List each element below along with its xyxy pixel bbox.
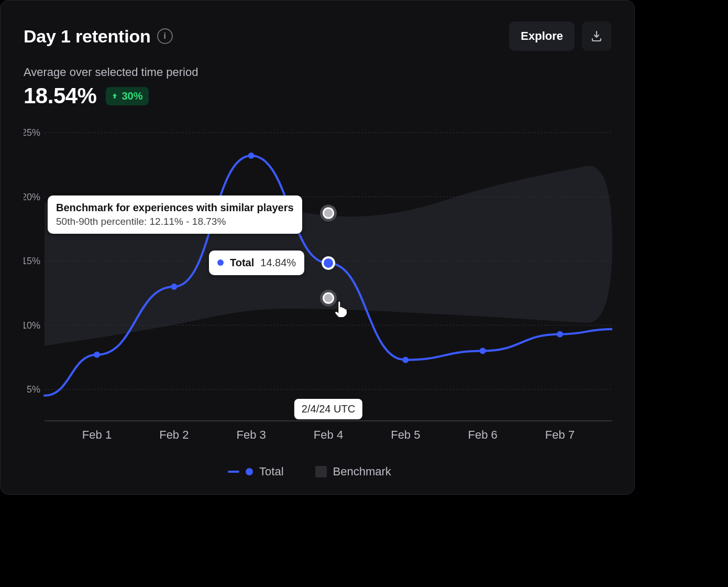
download-icon: [590, 30, 603, 42]
retention-card: Day 1 retention i Explore Average over s…: [0, 0, 635, 495]
svg-text:15%: 15%: [24, 256, 40, 266]
legend-square-icon: [315, 466, 327, 477]
card-title: Day 1 retention: [24, 26, 151, 47]
svg-point-24: [324, 258, 333, 268]
svg-text:Feb 7: Feb 7: [545, 428, 575, 441]
info-icon[interactable]: i: [157, 28, 173, 44]
svg-point-12: [248, 153, 255, 159]
explore-button[interactable]: Explore: [509, 21, 575, 51]
svg-text:25%: 25%: [24, 127, 40, 138]
series-tooltip-value: 14.84%: [260, 257, 296, 269]
svg-text:Feb 1: Feb 1: [82, 428, 112, 441]
benchmark-tooltip: Benchmark for experiences with similar p…: [48, 195, 302, 234]
card-header: Day 1 retention i Explore: [24, 21, 611, 51]
svg-text:20%: 20%: [24, 192, 40, 202]
summary-subtitle: Average over selected time period: [24, 66, 611, 79]
series-dot-icon: [217, 259, 224, 266]
svg-text:Feb 4: Feb 4: [314, 428, 343, 441]
legend-total: Total: [244, 465, 283, 479]
svg-text:Feb 3: Feb 3: [237, 428, 266, 441]
svg-text:Feb 6: Feb 6: [468, 428, 498, 441]
svg-point-19: [324, 209, 333, 218]
delta-value: 30%: [122, 90, 142, 102]
summary-value: 18.54%: [24, 83, 96, 108]
svg-point-15: [480, 348, 486, 354]
svg-point-11: [171, 284, 177, 290]
svg-text:5%: 5%: [27, 384, 40, 395]
svg-text:10%: 10%: [24, 320, 40, 331]
series-tooltip-label: Total: [230, 257, 254, 269]
download-button[interactable]: [582, 21, 611, 51]
legend-benchmark: Benchmark: [315, 465, 391, 479]
legend-benchmark-label: Benchmark: [333, 465, 391, 479]
svg-point-16: [557, 331, 563, 338]
benchmark-tooltip-sub: 50th-90th percentile: 12.11% - 18.73%: [56, 216, 294, 227]
delta-chip: 30%: [106, 87, 149, 105]
svg-point-22: [324, 294, 333, 302]
date-pill: 2/4/24 UTC: [294, 399, 362, 419]
legend-dot-icon: [246, 468, 253, 475]
svg-point-14: [402, 357, 409, 363]
benchmark-tooltip-title: Benchmark for experiences with similar p…: [56, 202, 294, 214]
series-tooltip: Total 14.84%: [209, 251, 304, 275]
svg-text:Feb 5: Feb 5: [391, 428, 420, 441]
legend-line-icon: [228, 471, 239, 473]
legend-total-label: Total: [259, 465, 283, 479]
svg-text:Feb 2: Feb 2: [159, 428, 189, 441]
svg-point-10: [94, 352, 100, 358]
chart-area[interactable]: 5%10%15%20%25%Feb 1Feb 2Feb 3Feb 4Feb 5F…: [24, 127, 611, 452]
arrow-up-icon: [111, 92, 118, 100]
legend: Total Benchmark: [24, 465, 611, 479]
